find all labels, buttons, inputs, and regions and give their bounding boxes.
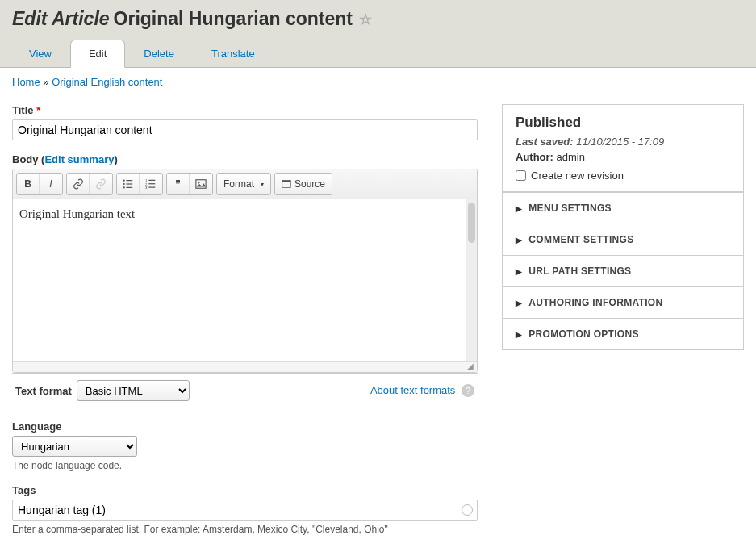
title-input[interactable] [12,119,478,140]
editor-toolbar: B I [13,169,477,199]
format-dropdown[interactable]: Format ▾ [217,174,270,194]
tab-translate[interactable]: Translate [193,40,274,67]
breadcrumb-current[interactable]: Original English content [52,76,162,88]
title-name: Original Hungarian content [114,8,353,30]
svg-text:3: 3 [145,186,148,190]
svg-point-13 [198,182,199,183]
bullet-list-button[interactable] [117,174,140,194]
editor-content[interactable]: Original Hungarian text [13,199,466,361]
svg-rect-11 [148,187,155,188]
title-prefix: Edit Article [12,8,110,30]
editor-scrollbar[interactable] [466,199,477,361]
chevron-right-icon: ▶ [516,299,522,307]
rich-text-editor: B I [12,169,478,373]
svg-rect-7 [148,180,155,181]
chevron-right-icon: ▶ [516,236,522,245]
chevron-right-icon: ▶ [516,267,522,276]
help-icon[interactable]: ? [462,384,474,397]
breadcrumb-home[interactable]: Home [12,76,40,88]
svg-rect-1 [126,180,132,181]
chevron-down-icon: ▾ [261,181,264,188]
text-format-label: Text format [15,385,72,397]
section-comment-settings[interactable]: ▶ COMMENT SETTINGS [503,224,743,255]
section-promotion-options[interactable]: ▶ PROMOTION OPTIONS [503,318,743,349]
image-button[interactable] [190,174,212,194]
svg-point-4 [123,186,124,188]
sidebar-panel: Published Last saved: 11/10/2015 - 17:09… [502,104,744,350]
text-format-select[interactable]: Basic HTML [77,380,190,401]
breadcrumb: Home » Original English content [12,76,744,88]
language-label: Language [12,420,478,433]
body-label: Body (Edit summary) [12,153,478,165]
svg-point-2 [123,183,124,185]
edit-summary-link[interactable]: Edit summary [44,153,114,165]
link-button[interactable] [67,174,90,194]
primary-tabs: View Edit Delete Translate [10,40,744,67]
editor-resize-handle[interactable]: ◢ [13,361,477,372]
chevron-right-icon: ▶ [516,204,522,213]
tab-view[interactable]: View [10,40,70,67]
language-select[interactable]: Hungarian [12,436,137,457]
last-saved: Last saved: 11/10/2015 - 17:09 [516,136,730,148]
title-label: Title * [12,104,478,116]
create-revision-checkbox[interactable] [516,170,526,181]
section-url-path-settings[interactable]: ▶ URL PATH SETTINGS [503,255,743,286]
tags-description: Enter a comma-separated list. For exampl… [12,524,478,535]
section-authoring-information[interactable]: ▶ AUTHORING INFORMATION [503,286,743,318]
svg-rect-15 [282,181,291,182]
about-text-formats-link[interactable]: About text formats [370,384,456,396]
italic-button[interactable]: I [40,174,62,194]
language-description: The node language code. [12,460,478,471]
source-button[interactable]: Source [275,174,332,194]
svg-point-0 [123,180,124,182]
tab-delete[interactable]: Delete [125,40,193,67]
author-info: Author: admin [516,151,730,163]
create-revision-checkbox-label[interactable]: Create new revision [516,169,730,182]
section-menu-settings[interactable]: ▶ MENU SETTINGS [503,192,743,224]
svg-rect-12 [196,180,206,189]
chevron-right-icon: ▶ [516,330,522,339]
svg-rect-9 [148,183,155,184]
star-icon[interactable]: ☆ [359,10,372,28]
tab-edit[interactable]: Edit [70,40,125,68]
required-marker: * [36,104,40,116]
tags-input[interactable] [12,500,478,521]
publish-status: Published [516,115,730,131]
numbered-list-button[interactable]: 123 [140,174,162,194]
bold-button[interactable]: B [17,174,40,194]
blockquote-button[interactable]: ” [167,174,190,194]
svg-rect-3 [126,183,132,184]
svg-rect-5 [126,187,132,188]
tags-label: Tags [12,484,478,496]
page-title: Edit Article Original Hungarian content … [12,8,744,30]
autocomplete-icon [462,504,473,516]
unlink-button[interactable] [90,174,112,194]
